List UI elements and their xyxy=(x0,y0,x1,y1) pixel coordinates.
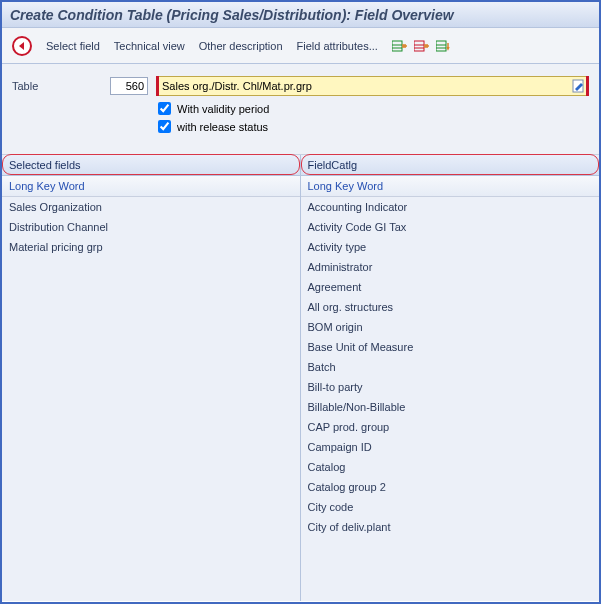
list-item[interactable]: Accounting Indicator xyxy=(301,197,600,217)
table-number-input[interactable] xyxy=(110,77,148,95)
toolbar: Select field Technical view Other descri… xyxy=(2,28,599,64)
grids: Selected fields Long Key Word Sales Orga… xyxy=(2,155,599,601)
list-item[interactable]: Catalog xyxy=(301,457,600,477)
list-item[interactable]: Campaign ID xyxy=(301,437,600,457)
list-item[interactable]: Base Unit of Measure xyxy=(301,337,600,357)
list-item[interactable]: Sales Organization xyxy=(2,197,300,217)
list-item[interactable]: City of deliv.plant xyxy=(301,517,600,537)
field-catalog-grid: FieldCatlg Long Key Word Accounting Indi… xyxy=(301,155,600,601)
list-item[interactable]: Activity Code GI Tax xyxy=(301,217,600,237)
edit-icon[interactable] xyxy=(570,77,588,95)
form-area: Table With validity period with release … xyxy=(2,64,599,155)
list-item[interactable]: Distribution Channel xyxy=(2,217,300,237)
catalog-column-header[interactable]: Long Key Word xyxy=(301,176,600,197)
list-item[interactable]: Material pricing grp xyxy=(2,237,300,257)
svg-rect-6 xyxy=(436,41,446,51)
svg-rect-0 xyxy=(392,41,402,51)
back-button[interactable] xyxy=(12,36,32,56)
list-item[interactable]: Agreement xyxy=(301,277,600,297)
other-description-button[interactable]: Other description xyxy=(199,40,283,52)
list-item[interactable]: All org. structures xyxy=(301,297,600,317)
selected-fields-grid: Selected fields Long Key Word Sales Orga… xyxy=(2,155,301,601)
list-item[interactable]: Batch xyxy=(301,357,600,377)
svg-rect-3 xyxy=(414,41,424,51)
field-attributes-button[interactable]: Field attributes... xyxy=(297,40,378,52)
list-item[interactable]: CAP prod. group xyxy=(301,417,600,437)
selected-column-header[interactable]: Long Key Word xyxy=(2,176,300,197)
grid-delete-icon[interactable] xyxy=(414,39,430,53)
release-label: with release status xyxy=(177,121,268,133)
table-name-wrap xyxy=(156,76,589,96)
list-item[interactable]: BOM origin xyxy=(301,317,600,337)
list-item[interactable]: Bill-to party xyxy=(301,377,600,397)
list-item[interactable]: Administrator xyxy=(301,257,600,277)
list-item[interactable]: City code xyxy=(301,497,600,517)
selected-body: Sales OrganizationDistribution ChannelMa… xyxy=(2,197,300,601)
table-name-input[interactable] xyxy=(157,78,570,94)
page-title: Create Condition Table (Pricing Sales/Di… xyxy=(10,7,454,23)
back-arrow-icon xyxy=(17,41,27,51)
validity-label: With validity period xyxy=(177,103,269,115)
select-field-button[interactable]: Select field xyxy=(46,40,100,52)
titlebar: Create Condition Table (Pricing Sales/Di… xyxy=(2,2,599,28)
list-item[interactable]: Activity type xyxy=(301,237,600,257)
grid-insert-icon[interactable] xyxy=(392,39,408,53)
release-checkbox[interactable] xyxy=(158,120,171,133)
catalog-body: Accounting IndicatorActivity Code GI Tax… xyxy=(301,197,600,601)
table-label: Table xyxy=(12,80,102,92)
list-item[interactable]: Catalog group 2 xyxy=(301,477,600,497)
selected-fields-title: Selected fields xyxy=(2,155,300,176)
technical-view-button[interactable]: Technical view xyxy=(114,40,185,52)
list-item[interactable]: Billable/Non-Billable xyxy=(301,397,600,417)
grid-action-icon[interactable] xyxy=(436,39,452,53)
validity-checkbox[interactable] xyxy=(158,102,171,115)
catalog-title: FieldCatlg xyxy=(301,155,600,176)
